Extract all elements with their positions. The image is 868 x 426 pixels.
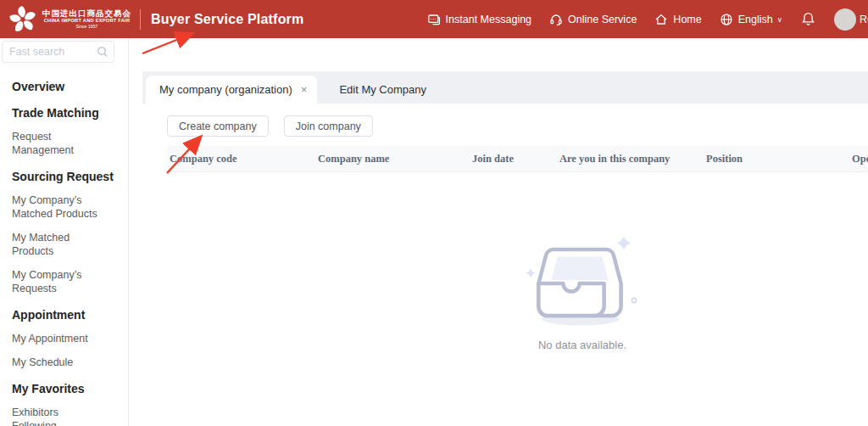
bell-icon xyxy=(800,11,816,27)
avatar xyxy=(834,8,856,31)
headset-icon xyxy=(549,13,563,26)
sidebar-item-my-companys-matched-products[interactable]: My Company’s Matched Products xyxy=(12,193,102,221)
sidebar-search xyxy=(2,41,114,63)
tab-edit-my-company[interactable]: Edit My Company xyxy=(317,76,448,104)
sidebar-item-trade-matching[interactable]: Trade Matching xyxy=(12,106,122,120)
close-icon[interactable]: × xyxy=(301,84,308,95)
globe-icon xyxy=(720,13,733,26)
empty-state: No data available. xyxy=(519,236,646,351)
tab-edit-my-company-label: Edit My Company xyxy=(339,83,426,96)
logo-title-chinese: 中国进出口商品交易会 xyxy=(42,9,131,18)
chat-icon xyxy=(427,13,441,26)
tab-my-company-organization[interactable]: My company (organization) × xyxy=(146,76,317,104)
column-company-name: Company name xyxy=(318,146,389,171)
column-position: Position xyxy=(706,146,743,171)
sidebar-menu: Overview Trade Matching Request Manageme… xyxy=(0,63,128,426)
home-icon xyxy=(654,13,668,26)
language-selector[interactable]: English ∨ xyxy=(720,13,782,26)
logo-text: 中国进出口商品交易会 CHINA IMPORT AND EXPORT FAIR … xyxy=(42,9,131,30)
company-table-header: Company code Company name Join date Are … xyxy=(167,146,868,172)
tab-bar: My company (organization) × Edit My Comp… xyxy=(142,71,868,104)
nav-online-service[interactable]: Online Service xyxy=(549,13,637,26)
user-name: RC xyxy=(860,14,868,25)
sidebar-item-sourcing-request[interactable]: Sourcing Request xyxy=(12,170,122,183)
sidebar-item-my-companys-requests[interactable]: My Company’s Requests xyxy=(12,268,102,295)
column-company-code: Company code xyxy=(170,146,237,171)
canton-fair-logo: 中国进出口商品交易会 CHINA IMPORT AND EXPORT FAIR … xyxy=(0,4,131,35)
sidebar-item-request-management[interactable]: Request Management xyxy=(12,130,102,157)
nav-home-label: Home xyxy=(673,14,701,25)
nav-online-service-label: Online Service xyxy=(568,14,637,25)
header-divider xyxy=(140,9,141,30)
sidebar-item-exhibitors-following[interactable]: Exhibitors Following xyxy=(12,406,102,426)
nav-instant-messaging-label: Instant Messaging xyxy=(446,14,531,25)
nav-home[interactable]: Home xyxy=(654,13,701,26)
user-account[interactable]: RC xyxy=(834,8,868,31)
main-content: My company (organization) × Edit My Comp… xyxy=(129,38,868,426)
sidebar: Overview Trade Matching Request Manageme… xyxy=(0,38,129,426)
sidebar-item-my-matched-products[interactable]: My Matched Products xyxy=(12,231,102,258)
page-title: Buyer Service Platform xyxy=(151,12,303,27)
create-company-button[interactable]: Create company xyxy=(167,115,269,137)
column-operation: Operation xyxy=(852,146,868,171)
sidebar-item-my-favorites[interactable]: My Favorites xyxy=(12,382,122,395)
tab-my-company-label: My company (organization) xyxy=(159,83,292,96)
nav-instant-messaging[interactable]: Instant Messaging xyxy=(427,13,531,26)
chevron-down-icon: ∨ xyxy=(777,15,782,24)
search-icon[interactable] xyxy=(97,46,108,58)
empty-state-text: No data available. xyxy=(519,339,646,351)
sidebar-item-my-appointment[interactable]: My Appointment xyxy=(12,332,102,345)
column-join-date: Join date xyxy=(472,146,514,171)
company-actions: Create company Join company xyxy=(167,115,373,137)
language-label: English xyxy=(738,14,773,25)
sidebar-item-overview[interactable]: Overview xyxy=(12,80,122,93)
buyer-service-platform-page: { "colors": { "header_red": "#bb3a2f", "… xyxy=(0,0,868,426)
logo-title-english: CHINA IMPORT AND EXPORT FAIR xyxy=(42,19,131,24)
kapok-flower-icon xyxy=(8,4,38,35)
sidebar-item-appointment[interactable]: Appointment xyxy=(12,308,122,322)
sidebar-item-my-schedule[interactable]: My Schedule xyxy=(12,356,102,369)
column-are-you-in-this-company: Are you in this company xyxy=(559,146,670,171)
notifications-button[interactable] xyxy=(800,11,816,27)
empty-inbox-icon xyxy=(519,236,646,328)
app-header: 中国进出口商品交易会 CHINA IMPORT AND EXPORT FAIR … xyxy=(0,0,868,38)
logo-since: Since 1957 xyxy=(42,25,131,29)
join-company-button[interactable]: Join company xyxy=(284,115,373,137)
header-nav: Instant Messaging Online Service Home xyxy=(427,0,868,38)
